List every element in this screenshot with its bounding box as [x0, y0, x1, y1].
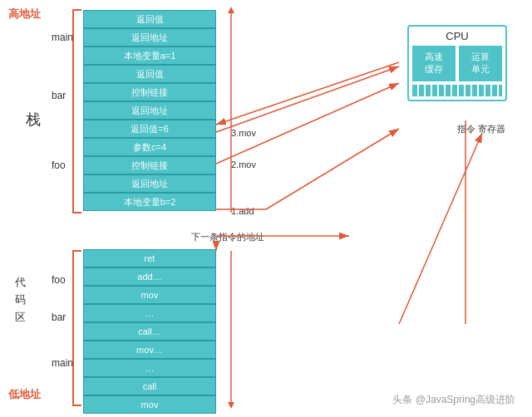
svg-line-4: [216, 62, 399, 125]
stack-memory: 返回值 返回地址 本地变量a=1 返回值 控制链接 返回地址 返回值=6 参数c…: [83, 10, 216, 211]
cell-call-main: call: [83, 377, 216, 395]
cpu-stripes: [412, 85, 502, 96]
cache-unit: 高速缓存: [412, 46, 456, 81]
cell-mov-bar: mov…: [83, 341, 216, 359]
stack-name-bar: bar: [52, 90, 66, 101]
cell-return-val-main: 返回值: [83, 10, 216, 28]
arrow-label-2mov: 2.mov: [231, 159, 256, 169]
cell-return-addr-main: 返回地址: [83, 28, 216, 47]
cell-dots1: …: [83, 304, 216, 322]
cell-return-val-bar: 返回值: [83, 65, 216, 83]
register-label: 指令 寄存器: [457, 123, 505, 135]
code-memory: ret add… mov … call… mov… … call mov: [83, 249, 216, 414]
cell-param-c: 参数c=4: [83, 138, 216, 156]
svg-marker-9: [228, 7, 234, 13]
watermark: 头条 @JavaSpring高级进阶: [392, 393, 515, 407]
svg-line-0: [216, 66, 399, 132]
svg-line-3: [266, 129, 399, 209]
cell-ret: ret: [83, 249, 216, 267]
cell-local-b: 本地变量b=2: [83, 193, 216, 211]
stack-label: 栈: [23, 100, 43, 103]
cpu-title: CPU: [412, 30, 502, 42]
arrow-label-1add: 1.add: [231, 206, 254, 216]
high-addr-label: 高地址: [8, 7, 41, 22]
cell-mov-foo: mov: [83, 286, 216, 304]
cell-return-addr-foo: 返回地址: [83, 174, 216, 193]
svg-marker-10: [228, 402, 234, 409]
cell-return-addr-bar: 返回地址: [83, 101, 216, 120]
code-name-foo: foo: [52, 274, 66, 286]
cell-ctrl-link-bar: 控制链接: [83, 83, 216, 101]
cell-call-bar: call…: [83, 322, 216, 341]
stack-name-main: main: [52, 32, 73, 43]
cpu-inner: 高速缓存 运算单元: [412, 46, 502, 81]
svg-line-11: [399, 133, 482, 324]
cell-return-val6: 返回值=6: [83, 120, 216, 138]
cell-add: add…: [83, 267, 216, 286]
code-label: 代 码 区: [15, 274, 26, 326]
svg-line-1: [216, 83, 399, 164]
code-name-main: main: [52, 357, 73, 369]
code-name-bar: bar: [52, 312, 66, 323]
next-instr-label: 下一条指令的地址: [191, 231, 264, 243]
alu-unit: 运算单元: [459, 46, 502, 81]
cell-dots2: …: [83, 359, 216, 377]
arrow-label-3mov: 3.mov: [231, 128, 256, 138]
diagram: 高地址 低地址 栈 代 码 区 main bar foo 返回值 返回地址 本地…: [0, 0, 532, 417]
cell-ctrl-link-foo: 控制链接: [83, 156, 216, 174]
cell-local-a: 本地变量a=1: [83, 47, 216, 65]
low-addr-label: 低地址: [8, 387, 41, 402]
cpu-box: CPU 高速缓存 运算单元: [407, 25, 507, 101]
stack-name-foo: foo: [52, 159, 66, 171]
cell-mov-main: mov: [83, 395, 216, 414]
